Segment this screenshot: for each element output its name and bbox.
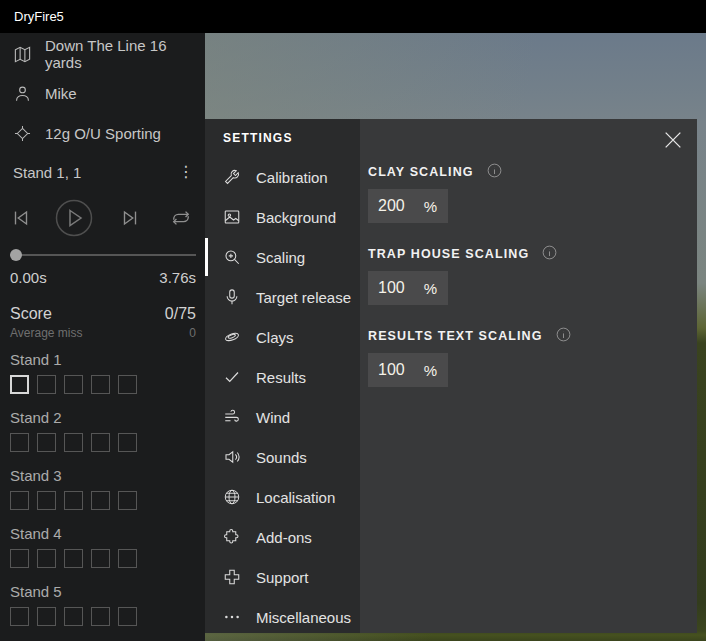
shot-checkbox[interactable] (64, 375, 83, 394)
speaker-icon (223, 448, 241, 466)
menu-item-target-release[interactable]: Target release (205, 277, 360, 317)
stand-label: Stand 4 (10, 525, 196, 542)
shot-checkbox[interactable] (64, 491, 83, 510)
stand-label: Stand 2 (10, 409, 196, 426)
shot-checkbox[interactable] (10, 549, 29, 568)
settings-menu-list: Calibration Background Scaling (205, 157, 360, 637)
average-miss-value: 0 (189, 326, 196, 340)
percent-unit: % (424, 362, 437, 379)
timeline-slider-thumb[interactable] (10, 249, 22, 261)
puzzle-icon (223, 528, 241, 546)
close-icon[interactable] (662, 129, 684, 151)
shot-checkbox[interactable] (10, 491, 29, 510)
timeline-slider[interactable] (10, 254, 196, 256)
shot-checkbox[interactable] (37, 549, 56, 568)
shot-checkbox[interactable] (64, 549, 83, 568)
globe-icon (223, 488, 241, 506)
shot-checkbox[interactable] (10, 607, 29, 626)
wrench-icon (223, 168, 241, 186)
stand-header-label: Stand 1, 1 (13, 164, 81, 181)
percent-unit: % (424, 198, 437, 215)
stand-label: Stand 3 (10, 467, 196, 484)
shot-checkbox[interactable] (118, 491, 137, 510)
menu-item-add-ons[interactable]: Add-ons (205, 517, 360, 557)
time-total: 3.76s (159, 269, 196, 286)
percent-unit: % (424, 280, 437, 297)
shot-checkbox[interactable] (118, 433, 137, 452)
app-window: DryFire5 Down The Line 16 yards Mike 12g… (0, 0, 706, 641)
shot-checkbox[interactable] (118, 549, 137, 568)
results-text-scaling-input[interactable] (368, 353, 420, 387)
menu-item-label: Target release (256, 289, 351, 306)
time-row: 0.00s 3.76s (10, 269, 196, 286)
stand-label: Stand 1 (10, 351, 196, 368)
skip-forward-button[interactable] (119, 207, 141, 232)
clay-scaling-input[interactable] (368, 189, 420, 223)
shot-checkbox[interactable] (64, 433, 83, 452)
settings-header: SETTINGS (223, 131, 293, 145)
info-icon[interactable] (486, 162, 503, 182)
crosshair-diamond-icon (13, 124, 32, 143)
menu-item-label: Wind (256, 409, 290, 426)
medical-cross-icon (223, 568, 241, 586)
info-icon[interactable] (541, 244, 558, 264)
menu-item-label: Results (256, 369, 306, 386)
shot-checkbox[interactable] (37, 491, 56, 510)
clay-scaling-label: CLAY SCALING (368, 165, 474, 179)
menu-item-miscellaneous[interactable]: Miscellaneous (205, 597, 360, 637)
shot-checkbox[interactable] (10, 433, 29, 452)
gun-label: 12g O/U Sporting (45, 125, 161, 142)
microphone-icon (223, 288, 241, 306)
shot-checkbox[interactable] (10, 375, 29, 394)
trap-house-scaling-label: TRAP HOUSE SCALING (368, 247, 529, 261)
menu-item-label: Sounds (256, 449, 307, 466)
menu-item-label: Calibration (256, 169, 328, 186)
menu-item-label: Clays (256, 329, 294, 346)
kebab-menu-icon[interactable]: ⋮ (177, 165, 195, 179)
stand-group-3: Stand 3 (10, 467, 196, 510)
image-icon (223, 208, 241, 226)
field-trap-house-scaling: TRAP HOUSE SCALING % (368, 245, 697, 305)
menu-item-support[interactable]: Support (205, 557, 360, 597)
stand-label: Stand 5 (10, 583, 196, 600)
shot-checkbox[interactable] (37, 607, 56, 626)
shot-checkbox[interactable] (91, 375, 110, 394)
menu-item-calibration[interactable]: Calibration (205, 157, 360, 197)
sidebar-item-shooter[interactable]: Mike (0, 76, 205, 110)
menu-item-scaling[interactable]: Scaling (205, 237, 360, 277)
sidebar-item-gun[interactable]: 12g O/U Sporting (0, 116, 205, 150)
results-text-scaling-label: RESULTS TEXT SCALING (368, 329, 543, 343)
ellipsis-icon (223, 608, 241, 626)
skip-back-button[interactable] (10, 207, 32, 232)
play-button[interactable] (55, 199, 93, 240)
sidebar-item-stand[interactable]: Stand 1, 1 ⋮ (0, 155, 205, 189)
settings-menu-panel: SETTINGS Calibration Background (205, 119, 360, 633)
shot-checkbox[interactable] (91, 433, 110, 452)
check-icon (223, 368, 241, 386)
trap-house-scaling-input[interactable] (368, 271, 420, 305)
shot-checkbox[interactable] (37, 433, 56, 452)
sidebar-item-discipline[interactable]: Down The Line 16 yards (0, 37, 205, 71)
shot-checkbox[interactable] (91, 491, 110, 510)
repeat-icon[interactable] (170, 208, 192, 231)
menu-item-results[interactable]: Results (205, 357, 360, 397)
menu-item-wind[interactable]: Wind (205, 397, 360, 437)
shot-checkbox[interactable] (91, 549, 110, 568)
stand-group-5: Stand 5 (10, 583, 196, 626)
shot-checkbox[interactable] (91, 607, 110, 626)
field-results-text-scaling: RESULTS TEXT SCALING % (368, 327, 697, 387)
info-icon[interactable] (555, 326, 572, 346)
menu-item-background[interactable]: Background (205, 197, 360, 237)
clay-disc-icon (223, 328, 241, 346)
shot-checkbox[interactable] (64, 607, 83, 626)
shot-checkbox[interactable] (118, 375, 137, 394)
menu-item-clays[interactable]: Clays (205, 317, 360, 357)
menu-item-label: Support (256, 569, 309, 586)
shot-checkbox[interactable] (118, 607, 137, 626)
menu-item-label: Miscellaneous (256, 609, 351, 626)
menu-item-sounds[interactable]: Sounds (205, 437, 360, 477)
shot-checkbox[interactable] (37, 375, 56, 394)
menu-item-localisation[interactable]: Localisation (205, 477, 360, 517)
titlebar[interactable]: DryFire5 (0, 0, 706, 33)
shooter-label: Mike (45, 85, 77, 102)
